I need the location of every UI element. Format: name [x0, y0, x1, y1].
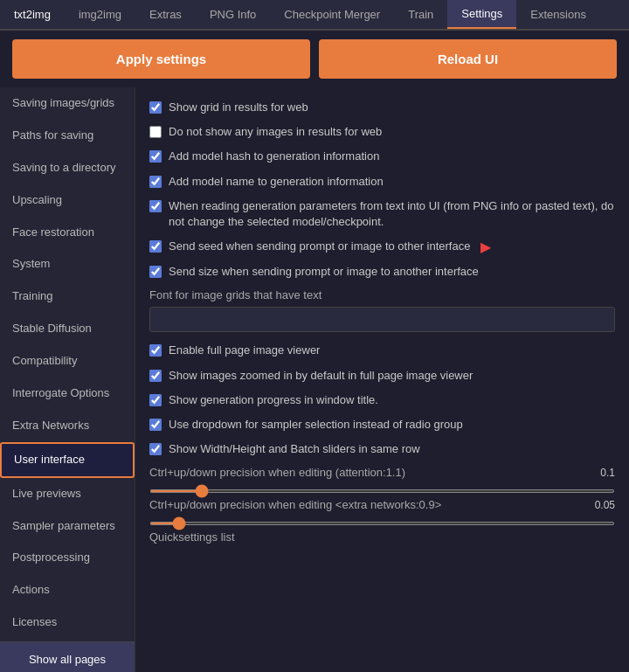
checkbox-row-no-images: Do not show any images in results for we… [149, 124, 615, 140]
checkbox-row-send-size: Send size when sending prompt or image t… [149, 264, 615, 280]
font-label: Font for image grids that have text [149, 288, 615, 301]
slider-track-extra-networks [149, 515, 615, 520]
checkbox-label-send-size: Send size when sending prompt or image t… [169, 264, 479, 280]
sidebar-item-face-restoration[interactable]: Face restoration [0, 217, 135, 249]
slider-track-attention [149, 482, 615, 488]
checkbox-reading-params[interactable] [149, 200, 162, 212]
sidebar-item-stable-diffusion[interactable]: Stable Diffusion [0, 313, 135, 345]
slider-extra-networks[interactable] [149, 522, 615, 525]
checkbox-row-sliders-same-row: Show Width/Height and Batch sliders in s… [149, 441, 615, 457]
content-area: Show grid in results for web Do not show… [135, 87, 629, 672]
checkbox-label-show-grid: Show grid in results for web [169, 100, 308, 115]
reload-ui-button[interactable]: Reload UI [319, 39, 617, 79]
sidebar-item-extra-networks[interactable]: Extra Networks [0, 410, 135, 442]
checkbox-send-size[interactable] [149, 266, 162, 278]
slider-row-attention: Ctrl+up/down precision when editing (att… [149, 466, 615, 479]
checkbox-row-model-hash: Add model hash to generation information [149, 149, 615, 164]
slider-value-extra-networks: 0.05 [584, 499, 615, 511]
checkbox-label-model-name: Add model name to generation information [169, 174, 384, 190]
checkbox-label-dropdown-sampler: Use dropdown for sampler selection inste… [169, 417, 463, 433]
red-arrow-indicator: ▶ [480, 239, 491, 255]
slider-row-extra-networks: Ctrl+up/down precision when editing <ext… [149, 498, 615, 511]
tab-settings[interactable]: Settings [447, 0, 516, 29]
checkbox-model-name[interactable] [149, 176, 162, 188]
sidebar-item-saving-directory[interactable]: Saving to a directory [0, 152, 135, 184]
checkbox-label-no-images: Do not show any images in results for we… [169, 124, 382, 140]
sidebar-item-postprocessing[interactable]: Postprocessing [0, 542, 135, 574]
sidebar-item-compatibility[interactable]: Compatibility [0, 345, 135, 378]
tab-checkpoint-merger[interactable]: Checkpoint Merger [270, 0, 394, 29]
checkbox-label-model-hash: Add model hash to generation information [169, 149, 379, 164]
checkbox-label-progress-window: Show generation progress in window title… [169, 392, 378, 408]
checkbox-row-full-page-viewer: Enable full page image viewer [149, 343, 615, 358]
tab-png-info[interactable]: PNG Info [196, 0, 270, 29]
checkbox-row-dropdown-sampler: Use dropdown for sampler selection inste… [149, 417, 615, 433]
checkbox-show-grid[interactable] [149, 101, 162, 114]
checkbox-dropdown-sampler[interactable] [149, 419, 162, 431]
sidebar-item-actions[interactable]: Actions [0, 574, 135, 606]
slider-value-attention: 0.1 [584, 467, 615, 479]
slider-label-extra-networks: Ctrl+up/down precision when editing <ext… [149, 498, 577, 511]
checkbox-row-model-name: Add model name to generation information [149, 174, 615, 190]
checkbox-sliders-same-row[interactable] [149, 443, 162, 455]
checkbox-label-zoomed-in: Show images zoomed in by default in full… [169, 368, 473, 384]
checkbox-label-full-page-viewer: Enable full page image viewer [169, 343, 320, 358]
font-input[interactable] [149, 307, 615, 332]
slider-attention[interactable] [149, 489, 615, 493]
sidebar-item-upscaling[interactable]: Upscaling [0, 184, 135, 217]
sidebar-bottom: Show all pages [0, 641, 135, 672]
checkbox-zoomed-in[interactable] [149, 370, 162, 382]
apply-settings-button[interactable]: Apply settings [12, 39, 310, 79]
checkbox-progress-window[interactable] [149, 394, 162, 406]
tab-txt2img[interactable]: txt2img [0, 0, 65, 29]
checkbox-row-progress-window: Show generation progress in window title… [149, 392, 615, 408]
checkbox-full-page-viewer[interactable] [149, 344, 162, 357]
checkbox-label-send-seed: Send seed when sending prompt or image t… [169, 239, 470, 254]
tab-extras[interactable]: Extras [135, 0, 196, 29]
sidebar-item-live-previews[interactable]: Live previews [0, 478, 135, 510]
checkbox-row-zoomed-in: Show images zoomed in by default in full… [149, 368, 615, 384]
tab-extensions[interactable]: Extensions [516, 0, 600, 29]
checkbox-label-reading-params: When reading generation parameters from … [169, 198, 615, 230]
sidebar-item-paths[interactable]: Paths for saving [0, 120, 135, 152]
checkbox-send-seed[interactable] [149, 240, 162, 253]
checkbox-row-send-seed: Send seed when sending prompt or image t… [149, 239, 615, 255]
checkbox-no-images[interactable] [149, 126, 162, 138]
tab-img2img[interactable]: img2img [65, 0, 135, 29]
action-bar: Apply settings Reload UI [0, 31, 629, 87]
tab-train[interactable]: Train [394, 0, 447, 29]
sidebar-item-licenses[interactable]: Licenses [0, 606, 135, 639]
slider-label-attention: Ctrl+up/down precision when editing (att… [149, 466, 577, 479]
sidebar-item-training[interactable]: Training [0, 281, 135, 313]
main-layout: Saving images/grids Paths for saving Sav… [0, 87, 629, 672]
top-nav: txt2img img2img Extras PNG Info Checkpoi… [0, 0, 629, 31]
checkbox-row-show-grid: Show grid in results for web [149, 100, 615, 115]
checkbox-label-sliders-same-row: Show Width/Height and Batch sliders in s… [169, 441, 420, 457]
show-all-pages-button[interactable]: Show all pages [0, 642, 135, 672]
sidebar-item-saving-images[interactable]: Saving images/grids [0, 87, 135, 120]
sidebar-item-user-interface[interactable]: User interface [0, 442, 135, 478]
sidebar-item-system[interactable]: System [0, 248, 135, 281]
sidebar: Saving images/grids Paths for saving Sav… [0, 87, 135, 672]
checkbox-model-hash[interactable] [149, 150, 162, 163]
sidebar-item-interrogate-options[interactable]: Interrogate Options [0, 378, 135, 410]
checkbox-row-reading-params: When reading generation parameters from … [149, 198, 615, 230]
sidebar-item-sampler-parameters[interactable]: Sampler parameters [0, 510, 135, 543]
quicksettings-label: Quicksettings list [149, 530, 615, 544]
